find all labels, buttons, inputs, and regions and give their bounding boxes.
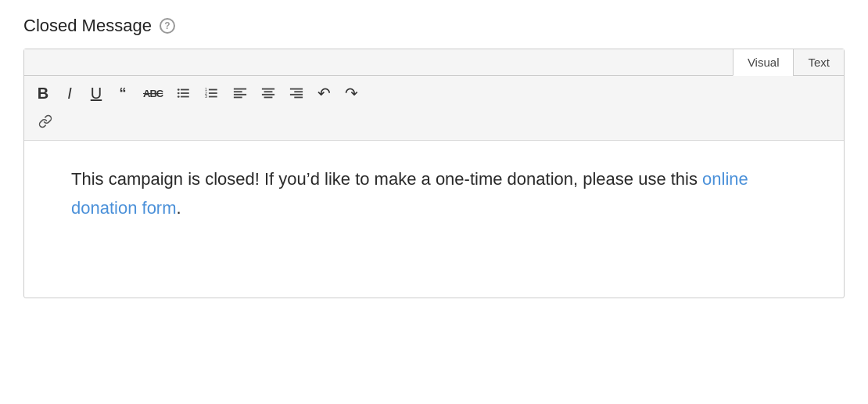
underline-button[interactable]: U [85, 82, 107, 104]
italic-button[interactable]: I [59, 82, 81, 104]
link-icon [38, 114, 52, 128]
svg-rect-23 [294, 97, 303, 99]
tab-text[interactable]: Text [793, 49, 844, 75]
svg-rect-18 [262, 94, 274, 96]
svg-rect-14 [234, 94, 246, 96]
align-left-icon [233, 86, 247, 100]
list-ol-icon: 1 2 3 [205, 86, 219, 100]
svg-rect-12 [234, 88, 246, 90]
content-text-before-link: This campaign is closed! If you’d like t… [71, 169, 702, 189]
align-center-icon [261, 86, 275, 100]
svg-rect-5 [181, 96, 189, 98]
svg-rect-3 [181, 92, 189, 94]
svg-rect-7 [209, 89, 217, 91]
editor-container: Visual Text B I U “ ABC [23, 49, 845, 298]
section-title: Closed Message [23, 16, 152, 36]
svg-rect-15 [234, 97, 242, 99]
ordered-list-button[interactable]: 1 2 3 [200, 82, 224, 104]
link-button[interactable] [34, 110, 57, 132]
svg-rect-1 [181, 89, 189, 91]
blockquote-button[interactable]: “ [112, 82, 134, 104]
align-right-icon [289, 86, 303, 100]
unordered-list-button[interactable] [172, 82, 195, 104]
undo-button[interactable]: ↶ [313, 82, 335, 104]
strikethrough-button[interactable]: ABC [138, 82, 167, 104]
svg-rect-20 [290, 88, 303, 90]
svg-text:3: 3 [205, 94, 207, 99]
svg-rect-9 [209, 92, 217, 94]
svg-point-4 [178, 96, 180, 98]
editor-content[interactable]: This campaign is closed! If you’d like t… [24, 141, 844, 298]
svg-rect-13 [234, 91, 242, 92]
svg-rect-21 [294, 91, 303, 92]
svg-rect-16 [262, 88, 274, 90]
help-icon[interactable]: ? [160, 18, 175, 34]
toolbar-row-1: B I U “ ABC [32, 82, 836, 104]
header-row: Closed Message ? [23, 16, 845, 36]
svg-rect-19 [264, 97, 273, 99]
align-center-button[interactable] [256, 82, 280, 104]
list-ul-icon [177, 86, 191, 100]
svg-point-2 [178, 92, 180, 95]
view-tabs: Visual Text [24, 49, 844, 76]
svg-point-0 [178, 88, 180, 91]
align-right-button[interactable] [285, 82, 308, 104]
svg-rect-17 [264, 91, 273, 92]
redo-button[interactable]: ↷ [340, 82, 363, 104]
toolbar: B I U “ ABC [24, 76, 844, 141]
align-left-button[interactable] [228, 82, 252, 104]
content-text-after-link: . [177, 198, 181, 218]
tab-visual[interactable]: Visual [733, 49, 794, 76]
bold-button[interactable]: B [32, 82, 54, 104]
svg-rect-11 [209, 96, 217, 98]
toolbar-row-2 [32, 107, 57, 134]
svg-rect-22 [290, 94, 303, 96]
